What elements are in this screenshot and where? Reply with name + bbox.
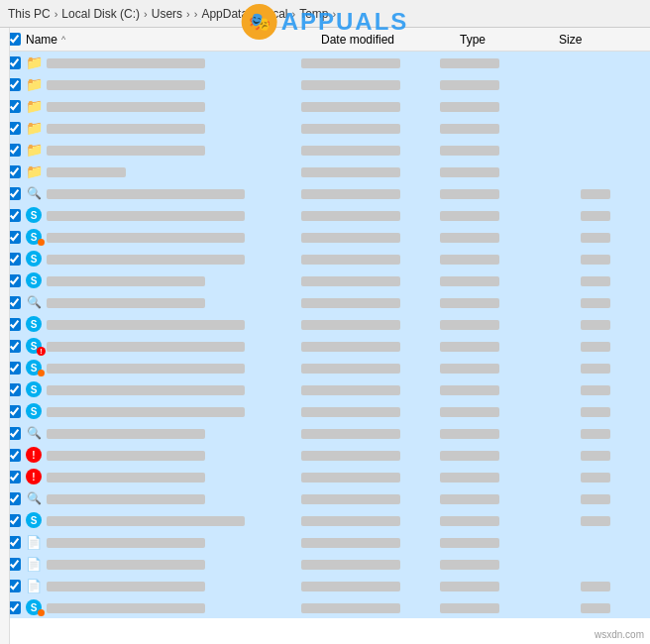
file-size bbox=[539, 492, 618, 504]
table-row[interactable]: S bbox=[0, 313, 650, 335]
table-row[interactable]: S bbox=[0, 335, 650, 357]
skype-icon: S bbox=[26, 207, 42, 223]
file-list: 📁📁📁📁📁📁🔍SSSS🔍SSSSS🔍!!🔍S📄📄📄S bbox=[0, 52, 650, 644]
skype-icon: S bbox=[26, 316, 42, 332]
file-size bbox=[539, 296, 618, 308]
search-icon: 🔍 bbox=[27, 295, 42, 309]
file-date bbox=[301, 56, 440, 68]
file-type bbox=[440, 56, 539, 68]
table-row[interactable]: S bbox=[0, 400, 650, 422]
breadcrumb-temp[interactable]: Temp bbox=[299, 7, 328, 21]
table-row[interactable]: 📁 bbox=[0, 52, 650, 73]
table-row[interactable]: S bbox=[0, 226, 650, 248]
column-type-header[interactable]: Type bbox=[460, 33, 559, 47]
table-row[interactable]: 📁 bbox=[0, 95, 650, 117]
breadcrumb-thispc[interactable]: This PC bbox=[8, 7, 51, 21]
file-date bbox=[301, 405, 440, 417]
column-name-header[interactable]: Name ^ bbox=[24, 33, 321, 47]
sort-arrow-icon: ^ bbox=[61, 35, 65, 45]
file-size bbox=[539, 449, 618, 461]
skype-multi-icon: S bbox=[26, 229, 42, 245]
file-date bbox=[301, 536, 440, 548]
folder-icon: 📁 bbox=[26, 54, 43, 70]
breadcrumb-local[interactable]: Local bbox=[260, 7, 288, 21]
table-row[interactable]: 🔍 bbox=[0, 291, 650, 313]
table-row[interactable]: ! bbox=[0, 444, 650, 466]
folder-icon: 📁 bbox=[26, 163, 43, 179]
table-row[interactable]: 📁 bbox=[0, 117, 650, 139]
file-type bbox=[440, 601, 539, 613]
table-row[interactable]: S bbox=[0, 269, 650, 291]
file-date bbox=[301, 362, 440, 374]
file-size bbox=[539, 340, 618, 352]
file-type bbox=[440, 383, 539, 395]
table-row[interactable]: 🔍 bbox=[0, 422, 650, 444]
file-name bbox=[44, 144, 301, 156]
column-date-header[interactable]: Date modified bbox=[321, 33, 460, 47]
file-date bbox=[301, 253, 440, 265]
file-type bbox=[440, 427, 539, 439]
file-size bbox=[539, 209, 618, 221]
table-row[interactable]: ! bbox=[0, 466, 650, 487]
file-name bbox=[44, 601, 301, 613]
file-name bbox=[44, 449, 301, 461]
file-date bbox=[301, 296, 440, 308]
file-size bbox=[539, 514, 618, 526]
file-name bbox=[44, 78, 301, 90]
table-row[interactable]: 🔍 bbox=[0, 182, 650, 204]
file-date bbox=[301, 78, 440, 90]
file-date bbox=[301, 558, 440, 570]
file-size bbox=[539, 427, 618, 439]
file-date bbox=[301, 492, 440, 504]
file-type bbox=[440, 274, 539, 286]
folder-icon: 📁 bbox=[26, 98, 43, 114]
table-row[interactable]: S bbox=[0, 204, 650, 226]
file-date bbox=[301, 383, 440, 395]
table-row[interactable]: S bbox=[0, 509, 650, 531]
breadcrumb-localdisk[interactable]: Local Disk (C:) bbox=[61, 7, 140, 21]
address-bar[interactable]: This PC › Local Disk (C:) › Users › › Ap… bbox=[0, 0, 650, 28]
table-row[interactable]: 📁 bbox=[0, 139, 650, 161]
column-size-header[interactable]: Size bbox=[559, 33, 638, 47]
file-type bbox=[440, 405, 539, 417]
file-type bbox=[440, 78, 539, 90]
breadcrumb-appdata[interactable]: AppData bbox=[201, 7, 248, 21]
file-type bbox=[440, 558, 539, 570]
table-row[interactable]: S bbox=[0, 378, 650, 400]
table-row[interactable]: 📄 bbox=[0, 575, 650, 596]
table-row[interactable]: 📁 bbox=[0, 161, 650, 182]
file-date bbox=[301, 274, 440, 286]
file-date bbox=[301, 580, 440, 591]
file-name bbox=[44, 471, 301, 483]
file-type bbox=[440, 231, 539, 243]
file-size bbox=[539, 405, 618, 417]
table-row[interactable]: S bbox=[0, 357, 650, 378]
table-row[interactable]: S bbox=[0, 596, 650, 618]
file-name bbox=[44, 383, 301, 395]
file-date bbox=[301, 209, 440, 221]
file-name bbox=[44, 427, 301, 439]
skype-multi-icon: S bbox=[26, 360, 42, 376]
file-size bbox=[539, 187, 618, 199]
table-row[interactable]: 🔍 bbox=[0, 487, 650, 509]
breadcrumb-users[interactable]: Users bbox=[152, 7, 182, 21]
skype-icon: S bbox=[26, 403, 42, 419]
table-row[interactable]: 📄 bbox=[0, 553, 650, 575]
file-type bbox=[440, 165, 539, 177]
file-size bbox=[539, 274, 618, 286]
folder-icon: 📁 bbox=[26, 76, 43, 92]
file-size bbox=[539, 601, 618, 613]
table-row[interactable]: S bbox=[0, 248, 650, 269]
skype-icon: S bbox=[26, 381, 42, 397]
skype-icon: S bbox=[26, 251, 42, 267]
file-name bbox=[44, 187, 301, 199]
file-date bbox=[301, 449, 440, 461]
file-name bbox=[44, 362, 301, 374]
file-type bbox=[440, 209, 539, 221]
file-date bbox=[301, 231, 440, 243]
table-row[interactable]: 📁 bbox=[0, 73, 650, 95]
table-row[interactable]: 📄 bbox=[0, 531, 650, 553]
search-icon: 🔍 bbox=[27, 491, 42, 505]
folder-icon: 📁 bbox=[26, 120, 43, 136]
file-size bbox=[539, 471, 618, 483]
